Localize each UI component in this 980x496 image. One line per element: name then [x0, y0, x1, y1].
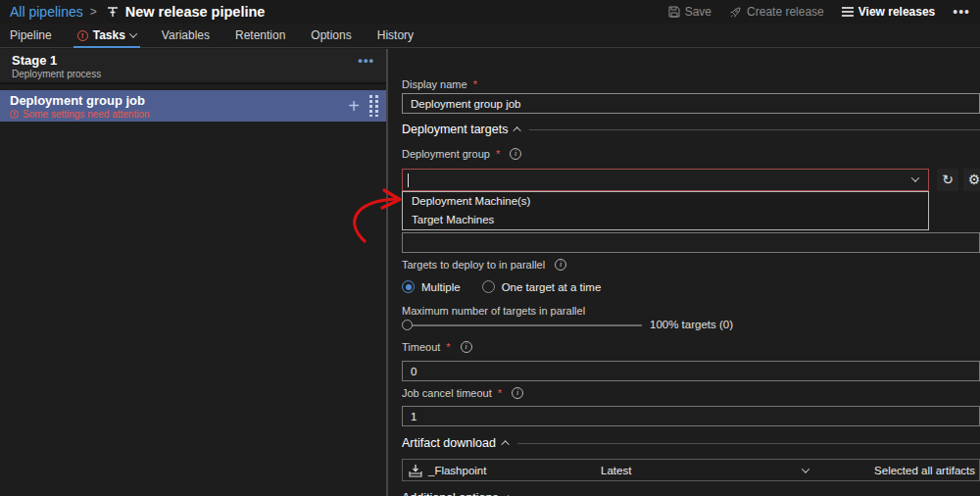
- top-bar: All pipelines > New release pipeline Sav…: [0, 0, 980, 24]
- tab-history[interactable]: History: [377, 24, 414, 48]
- job-cancel-timeout-label: Job cancel timeout* i: [402, 387, 523, 399]
- artifact-selection[interactable]: Selected all artifacts: [874, 465, 979, 476]
- release-pipeline-editor: { "ui": { "required": "*", "info": "i", …: [0, 0, 980, 496]
- display-name-label: Display name*: [402, 78, 477, 90]
- job-cancel-timeout-input[interactable]: [402, 406, 980, 426]
- radio-multiple[interactable]: Multiple: [402, 280, 461, 293]
- info-icon[interactable]: i: [555, 259, 566, 271]
- stage-subtitle: Deployment process: [12, 69, 374, 79]
- deployment-group-job-item[interactable]: Deployment group job ! Some settings nee…: [0, 90, 386, 122]
- section-deployment-targets[interactable]: Deployment targets: [402, 123, 980, 136]
- rocket-icon: [729, 6, 742, 19]
- tab-variables[interactable]: Variables: [162, 24, 210, 48]
- more-actions-button[interactable]: •••: [953, 4, 970, 20]
- targets-parallel-label: Targets to deploy to in parallel i: [402, 259, 566, 271]
- section-divider: [529, 129, 980, 130]
- timeout-input[interactable]: [402, 361, 980, 381]
- radio-selected-icon: [402, 280, 415, 293]
- release-pipeline-icon: [106, 5, 120, 19]
- section-additional-options[interactable]: Additional options: [402, 491, 980, 496]
- dropdown-option[interactable]: Deployment Machine(s): [403, 192, 928, 211]
- tags-input[interactable]: [402, 232, 980, 253]
- tab-bar: Pipeline ! Tasks Variables Retention Opt…: [0, 24, 980, 48]
- section-artifact-download[interactable]: Artifact download: [402, 436, 980, 450]
- artifact-icon: [409, 464, 422, 477]
- list-icon: [842, 7, 854, 17]
- stages-panel: Stage 1 Deployment process ••• Deploymen…: [0, 49, 388, 496]
- add-task-button[interactable]: +: [348, 96, 360, 116]
- tab-retention[interactable]: Retention: [235, 24, 285, 48]
- top-actions: Save Create release View releases •••: [668, 4, 970, 20]
- tab-tasks[interactable]: ! Tasks: [77, 24, 136, 48]
- job-title: Deployment group job: [10, 93, 376, 108]
- max-targets-value: 100% targets (0): [650, 319, 733, 330]
- artifact-version: Latest: [601, 465, 631, 476]
- tab-pipeline[interactable]: Pipeline: [10, 24, 52, 48]
- breadcrumb-separator: >: [90, 5, 97, 19]
- task-settings-panel: Display name* Deployment targets Deploym…: [390, 49, 980, 496]
- radio-one-target[interactable]: One target at a time: [482, 280, 602, 293]
- chevron-down-icon: [129, 29, 137, 37]
- save-icon: [668, 6, 680, 18]
- manage-gear-button[interactable]: ⚙: [963, 169, 980, 191]
- stage-title: Stage 1: [12, 53, 374, 68]
- info-icon[interactable]: i: [461, 341, 472, 353]
- stage-more-button[interactable]: •••: [358, 53, 374, 68]
- chevron-down-icon[interactable]: [911, 174, 919, 181]
- breadcrumb-all-pipelines[interactable]: All pipelines: [10, 4, 83, 20]
- max-targets-slider-thumb[interactable]: [402, 320, 413, 330]
- section-divider: [517, 443, 980, 444]
- artifact-name: _Flashpoint: [428, 465, 486, 476]
- view-releases-button[interactable]: View releases: [842, 5, 936, 19]
- stage-card[interactable]: Stage 1 Deployment process •••: [0, 49, 386, 84]
- tab-options[interactable]: Options: [311, 24, 351, 48]
- text-caret: [408, 174, 409, 187]
- max-targets-label: Maximum number of targets in parallel: [402, 305, 585, 317]
- refresh-button[interactable]: ↻: [937, 169, 958, 191]
- max-targets-slider-track[interactable]: [404, 324, 642, 326]
- tasks-warning-icon: !: [77, 30, 88, 41]
- timeout-label: Timeout* i: [402, 341, 472, 353]
- info-icon[interactable]: i: [510, 148, 521, 160]
- chevron-up-icon: [514, 126, 521, 134]
- display-name-input[interactable]: [402, 93, 980, 114]
- info-icon[interactable]: i: [512, 387, 523, 399]
- deployment-group-dropdown: Deployment Machine(s) Target Machines: [402, 191, 929, 230]
- deployment-group-label: Deployment group* i: [402, 148, 521, 160]
- save-button[interactable]: Save: [668, 5, 711, 19]
- job-warning-icon: !: [10, 110, 19, 119]
- deployment-group-combobox[interactable]: [402, 169, 929, 191]
- artifact-row[interactable]: _Flashpoint Latest Selected all artifact…: [402, 459, 980, 481]
- drag-grip-icon[interactable]: [369, 95, 378, 117]
- targets-parallel-radios: Multiple One target at a time: [402, 280, 601, 293]
- chevron-up-icon: [501, 440, 509, 448]
- dropdown-option[interactable]: Target Machines: [403, 211, 928, 229]
- job-warning-text: Some settings need attention: [23, 109, 150, 120]
- radio-unselected-icon: [482, 280, 495, 293]
- create-release-button[interactable]: Create release: [729, 5, 824, 19]
- page-title: New release pipeline: [125, 4, 266, 20]
- chevron-down-icon[interactable]: [802, 465, 809, 472]
